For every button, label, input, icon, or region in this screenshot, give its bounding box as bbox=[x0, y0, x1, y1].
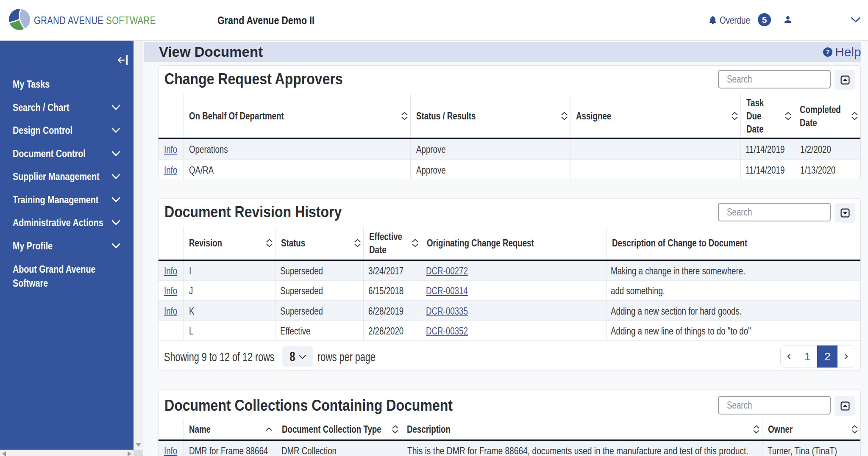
svg-text:?: ? bbox=[826, 48, 829, 55]
